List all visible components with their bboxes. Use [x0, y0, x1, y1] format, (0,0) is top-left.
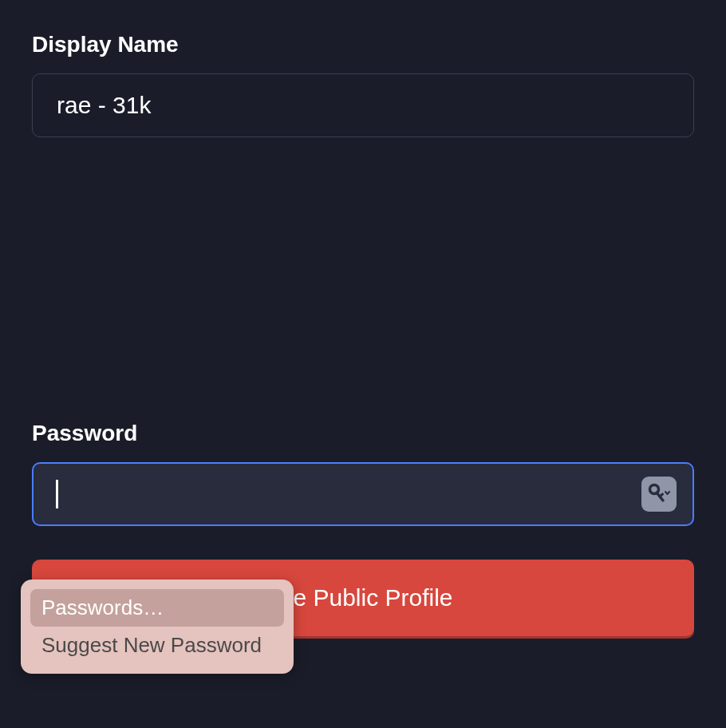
display-name-label: Display Name: [32, 32, 694, 57]
svg-line-2: [660, 494, 663, 497]
password-input[interactable]: [32, 462, 694, 526]
text-cursor: [56, 480, 58, 508]
password-autofill-menu: Passwords… Suggest New Password: [21, 580, 294, 674]
display-name-input[interactable]: [32, 73, 694, 137]
autofill-passwords-item[interactable]: Passwords…: [30, 589, 284, 627]
autofill-suggest-item[interactable]: Suggest New Password: [30, 627, 284, 664]
key-icon: [647, 483, 671, 505]
password-label: Password: [32, 421, 694, 446]
password-autofill-button[interactable]: [641, 477, 677, 512]
